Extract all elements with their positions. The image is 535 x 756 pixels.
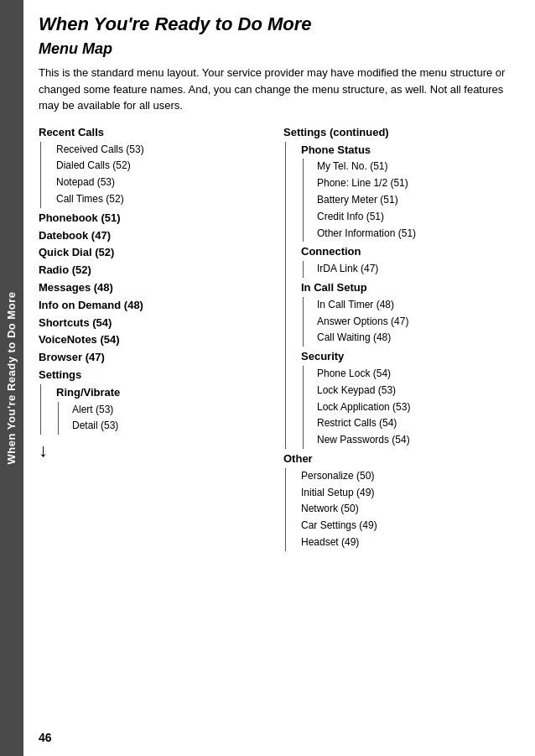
page-title: When You're Ready to Do More bbox=[39, 13, 520, 35]
quick-dial-item: Quick Dial (52) bbox=[39, 244, 275, 262]
radio-item: Radio (52) bbox=[39, 262, 275, 279]
list-item: Headset (49) bbox=[301, 534, 520, 551]
recent-calls-section: Recent Calls Received Calls (53) Dialed … bbox=[39, 124, 275, 208]
right-column: Settings (continued) Phone Status My Tel… bbox=[283, 124, 520, 553]
list-item: Notepad (53) bbox=[56, 175, 275, 191]
list-item: My Tel. No. (51) bbox=[317, 159, 520, 175]
list-item: Lock Application (53) bbox=[317, 399, 520, 416]
list-item: Personalize (50) bbox=[301, 468, 520, 485]
menu-columns: Recent Calls Received Calls (53) Dialed … bbox=[39, 124, 520, 553]
main-content: When You're Ready to Do More Menu Map Th… bbox=[23, 0, 535, 756]
datebook-item: Datebook (47) bbox=[39, 227, 275, 245]
connection-header: Connection bbox=[301, 243, 520, 261]
browser-item: Browser (47) bbox=[39, 349, 275, 367]
security-list: Phone Lock (54) Lock Keypad (53) Lock Ap… bbox=[303, 366, 520, 449]
list-item: Lock Keypad (53) bbox=[317, 383, 520, 399]
list-item: Battery Meter (51) bbox=[317, 192, 520, 209]
other-list: Personalize (50) Initial Setup (49) Netw… bbox=[285, 468, 520, 551]
list-item: Car Settings (49) bbox=[301, 518, 520, 534]
settings-continued-header: Settings (continued) bbox=[283, 124, 520, 142]
list-item: Phone: Line 1/2 (51) bbox=[317, 175, 520, 192]
info-on-demand-item: Info on Demand (48) bbox=[39, 297, 275, 315]
list-item: Other Information (51) bbox=[317, 226, 520, 242]
list-item: Restrict Calls (54) bbox=[317, 415, 520, 432]
messages-item: Messages (48) bbox=[39, 279, 275, 297]
shortcuts-item: Shortcuts (54) bbox=[39, 315, 275, 332]
other-section: Other Personalize (50) Initial Setup (49… bbox=[283, 451, 520, 551]
list-item: Phone Lock (54) bbox=[317, 366, 520, 383]
settings-continued-list: Phone Status My Tel. No. (51) Phone: Lin… bbox=[285, 142, 520, 449]
voicenotes-item: VoiceNotes (54) bbox=[39, 331, 275, 349]
intro-text: This is the standard menu layout. Your s… bbox=[39, 65, 520, 114]
page-subtitle: Menu Map bbox=[39, 40, 520, 58]
ring-vibrate-header: Ring/Vibrate bbox=[56, 384, 275, 402]
down-arrow-icon: ↓ bbox=[39, 440, 48, 461]
list-item: Detail (53) bbox=[72, 418, 275, 435]
phone-status-list: My Tel. No. (51) Phone: Line 1/2 (51) Ba… bbox=[303, 159, 520, 242]
security-section: Security Phone Lock (54) Lock Keypad (53… bbox=[301, 348, 520, 449]
list-item: In Call Timer (48) bbox=[317, 297, 520, 314]
settings-section: Settings Ring/Vibrate Alert (53) Detail … bbox=[39, 367, 275, 435]
other-header: Other bbox=[283, 451, 520, 468]
vertical-banner: When You're Ready to Do More bbox=[0, 0, 23, 756]
phonebook-item: Phonebook (51) bbox=[39, 210, 275, 227]
security-header: Security bbox=[301, 348, 520, 366]
connection-list: IrDA Link (47) bbox=[303, 261, 520, 278]
page-number: 46 bbox=[39, 731, 52, 744]
phone-status-header: Phone Status bbox=[301, 142, 520, 159]
list-item: Initial Setup (49) bbox=[301, 485, 520, 502]
settings-header: Settings bbox=[39, 367, 275, 384]
in-call-setup-section: In Call Setup In Call Timer (48) Answer … bbox=[301, 279, 520, 347]
in-call-setup-list: In Call Timer (48) Answer Options (47) C… bbox=[303, 297, 520, 347]
list-item: Answer Options (47) bbox=[317, 314, 520, 331]
left-column: Recent Calls Received Calls (53) Dialed … bbox=[39, 124, 275, 553]
connection-section: Connection IrDA Link (47) bbox=[301, 243, 520, 278]
list-item: New Passwords (54) bbox=[317, 432, 520, 449]
list-item: Received Calls (53) bbox=[56, 142, 275, 159]
ring-vibrate-list: Alert (53) Detail (53) bbox=[58, 402, 275, 435]
vertical-banner-text: When You're Ready to Do More bbox=[6, 292, 18, 465]
list-item: Call Waiting (48) bbox=[317, 330, 520, 347]
list-item: Network (50) bbox=[301, 501, 520, 518]
list-item: Dialed Calls (52) bbox=[56, 158, 275, 175]
recent-calls-header: Recent Calls bbox=[39, 124, 275, 142]
recent-calls-list: Received Calls (53) Dialed Calls (52) No… bbox=[40, 142, 275, 208]
phone-status-section: Phone Status My Tel. No. (51) Phone: Lin… bbox=[301, 142, 520, 242]
in-call-setup-header: In Call Setup bbox=[301, 279, 520, 297]
settings-list: Ring/Vibrate Alert (53) Detail (53) bbox=[40, 384, 275, 435]
list-item: Credit Info (51) bbox=[317, 209, 520, 226]
list-item: Call Times (52) bbox=[56, 191, 275, 208]
list-item: IrDA Link (47) bbox=[317, 261, 520, 278]
list-item: Alert (53) bbox=[72, 402, 275, 419]
